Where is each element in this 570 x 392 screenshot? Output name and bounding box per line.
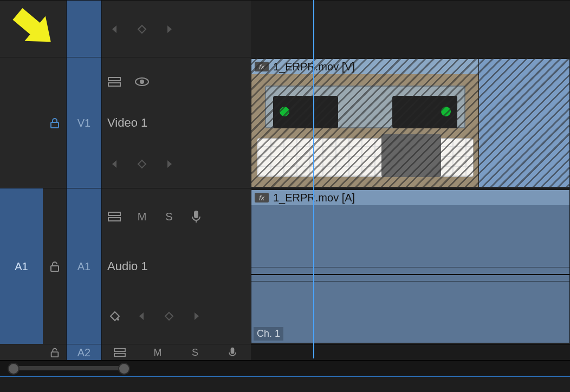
track-header-v1: V1 Video 1 bbox=[0, 57, 251, 189]
track-content-v1[interactable]: fx 1_ERPR.mov [V] bbox=[251, 57, 570, 189]
toggle-track-output-v1[interactable] bbox=[134, 74, 150, 89]
lock-toggle-a1[interactable] bbox=[43, 188, 66, 344]
track-target-v1-label: V1 bbox=[77, 117, 90, 129]
track-target-v2[interactable] bbox=[66, 1, 102, 57]
svg-marker-22 bbox=[195, 312, 199, 320]
source-patch-v1[interactable] bbox=[0, 57, 43, 188]
source-patch-a2[interactable] bbox=[0, 344, 43, 361]
svg-rect-26 bbox=[231, 348, 235, 354]
channel-label: Ch. 1 bbox=[254, 327, 283, 341]
track-name-a1: Audio 1 bbox=[107, 259, 245, 273]
lock-toggle-a2[interactable] bbox=[43, 344, 66, 361]
prev-keyframe-icon[interactable] bbox=[107, 22, 122, 37]
svg-marker-20 bbox=[139, 312, 144, 320]
track-target-a2-label: A2 bbox=[77, 347, 90, 359]
zoom-scrollbar[interactable] bbox=[10, 366, 129, 370]
lock-toggle-v2[interactable] bbox=[43, 1, 66, 57]
svg-rect-24 bbox=[114, 349, 125, 351]
solo-toggle-a1[interactable]: S bbox=[161, 209, 177, 224]
solo-label-a2: S bbox=[192, 347, 198, 358]
track-header-a2: A2 M S bbox=[0, 344, 251, 361]
track-content-a1[interactable]: fx 1_ERPR.mov [A] Ch. 1 bbox=[251, 188, 570, 345]
svg-rect-16 bbox=[194, 211, 198, 218]
insert-overwrite-toggle-a1[interactable] bbox=[107, 209, 122, 224]
fx-badge[interactable]: fx bbox=[255, 62, 269, 71]
unlock-icon bbox=[49, 260, 61, 272]
video-clip-tail[interactable] bbox=[478, 58, 570, 187]
playhead[interactable] bbox=[313, 0, 314, 358]
keyframe-icon bbox=[109, 311, 120, 322]
stack-icon bbox=[108, 76, 122, 87]
eye-icon bbox=[134, 77, 150, 87]
source-patch-v2[interactable] bbox=[0, 1, 43, 57]
svg-rect-7 bbox=[108, 83, 120, 86]
svg-rect-15 bbox=[108, 218, 120, 221]
add-keyframe-v1[interactable] bbox=[134, 156, 150, 172]
svg-rect-25 bbox=[114, 354, 125, 356]
keyframe-icon[interactable] bbox=[134, 22, 150, 37]
svg-marker-10 bbox=[112, 160, 116, 168]
svg-marker-11 bbox=[138, 160, 146, 168]
track-name-v1: Video 1 bbox=[107, 116, 245, 130]
track-target-a1[interactable]: A1 bbox=[66, 188, 102, 344]
insert-overwrite-toggle-a2[interactable] bbox=[113, 345, 128, 360]
clip-label-bar: fx 1_ERPR.mov [V] bbox=[251, 59, 479, 75]
next-keyframe-a1[interactable] bbox=[189, 309, 204, 324]
svg-marker-21 bbox=[165, 312, 173, 320]
svg-marker-2 bbox=[112, 25, 116, 33]
keyframe-mode-a1[interactable] bbox=[107, 309, 122, 324]
svg-rect-23 bbox=[51, 352, 58, 357]
clip-label-bar-audio: fx 1_ERPR.mov [A] bbox=[251, 190, 569, 206]
zoom-handle-right[interactable] bbox=[118, 363, 130, 375]
mute-toggle-a2[interactable]: M bbox=[150, 345, 165, 360]
mute-toggle-a1[interactable]: M bbox=[134, 209, 150, 224]
panel-footer bbox=[0, 376, 570, 392]
prev-keyframe-v1[interactable] bbox=[107, 156, 122, 172]
unlock-icon bbox=[49, 347, 60, 358]
svg-marker-4 bbox=[167, 25, 172, 33]
track-target-v1[interactable]: V1 bbox=[66, 57, 102, 188]
solo-label: S bbox=[165, 211, 172, 223]
insert-overwrite-toggle-v1[interactable] bbox=[107, 74, 122, 89]
svg-point-19 bbox=[117, 318, 119, 321]
zoom-bar bbox=[0, 360, 570, 377]
svg-marker-3 bbox=[138, 25, 146, 33]
fx-badge-audio[interactable]: fx bbox=[255, 193, 269, 202]
svg-marker-12 bbox=[167, 160, 172, 168]
clip-thumbnail bbox=[251, 74, 479, 187]
source-patch-a1-label: A1 bbox=[15, 260, 28, 273]
prev-keyframe-a1[interactable] bbox=[134, 309, 150, 324]
track-header-a1: A1 A1 M S bbox=[0, 188, 251, 345]
next-keyframe-icon[interactable] bbox=[161, 22, 177, 37]
source-patch-a1[interactable]: A1 bbox=[0, 188, 43, 344]
next-keyframe-v1[interactable] bbox=[161, 156, 177, 172]
track-header-v2 bbox=[0, 0, 251, 58]
mic-icon bbox=[191, 210, 201, 223]
stack-icon bbox=[108, 211, 122, 222]
lock-icon bbox=[49, 117, 61, 129]
svg-rect-13 bbox=[51, 266, 59, 271]
zoom-handle-left[interactable] bbox=[8, 363, 20, 375]
track-target-a2[interactable]: A2 bbox=[66, 344, 102, 361]
video-clip[interactable]: fx 1_ERPR.mov [V] bbox=[251, 58, 480, 187]
add-keyframe-a1[interactable] bbox=[161, 309, 177, 324]
voiceover-record-a2[interactable] bbox=[225, 345, 240, 360]
svg-rect-14 bbox=[108, 212, 120, 215]
lock-toggle-v1[interactable] bbox=[43, 57, 66, 188]
track-target-a1-label: A1 bbox=[77, 260, 90, 273]
audio-clip[interactable]: fx 1_ERPR.mov [A] Ch. 1 bbox=[251, 190, 570, 343]
mute-label: M bbox=[138, 211, 147, 223]
svg-rect-5 bbox=[51, 122, 59, 128]
svg-point-9 bbox=[140, 80, 144, 84]
track-content-v2[interactable] bbox=[251, 0, 570, 58]
solo-toggle-a2[interactable]: S bbox=[187, 345, 203, 360]
voiceover-record-a1[interactable] bbox=[189, 209, 204, 224]
mute-label-a2: M bbox=[153, 347, 161, 358]
svg-rect-6 bbox=[108, 77, 120, 81]
timeline-panel: V1 Video 1 bbox=[0, 0, 570, 392]
